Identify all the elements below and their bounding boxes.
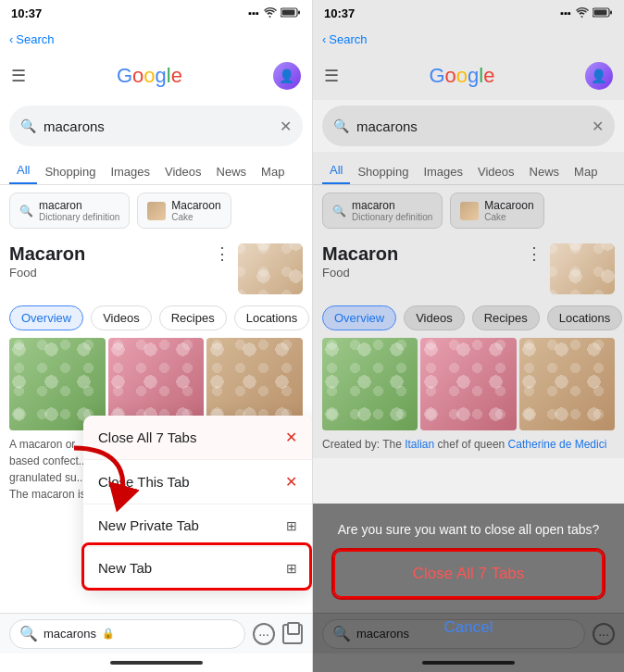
logo-o1: o	[132, 64, 144, 88]
menu-new-tab-icon: ⊞	[286, 561, 297, 576]
search-text-right: macarons	[356, 118, 584, 134]
google-logo-right: Google	[429, 64, 494, 88]
logo-G-right: G	[429, 64, 444, 88]
menu-new-tab[interactable]: New Tab ⊞	[83, 547, 312, 589]
tab-images-right[interactable]: Images	[416, 165, 470, 184]
svg-rect-5	[610, 10, 612, 14]
svg-rect-6	[594, 9, 607, 15]
chip-overview-right[interactable]: Overview	[322, 305, 396, 330]
image-cell-3-right[interactable]	[519, 338, 615, 430]
kp-title-right: Macaron	[322, 243, 398, 265]
menu-close-all[interactable]: Close All 7 Tabs ✕	[83, 416, 312, 460]
modal-overlay: Are you sure you want to close all open …	[313, 504, 624, 672]
kp-menu-icon-right[interactable]: ⋮	[526, 243, 543, 264]
suggestion-macaron-label-right: macaron	[352, 199, 432, 212]
search-icon-right: 🔍	[333, 118, 349, 133]
chip-recipes-right[interactable]: Recipes	[472, 305, 540, 330]
search-clear-left[interactable]: ✕	[280, 118, 292, 135]
search-icon-left: 🔍	[20, 118, 36, 133]
tab-videos-left[interactable]: Videos	[157, 165, 209, 184]
tab-shopping-right[interactable]: Shopping	[350, 165, 416, 184]
status-icons-right: ▪▪▪	[560, 7, 613, 19]
back-arrow-left: ‹	[9, 32, 13, 46]
logo-o2-right: o	[456, 64, 468, 88]
menu-private-tab-icon: ⊞	[286, 518, 297, 533]
wifi-icon-right	[575, 7, 589, 19]
tab-videos-right[interactable]: Videos	[470, 165, 522, 184]
dots-button-left[interactable]: ···	[253, 623, 275, 645]
google-logo-left: Google	[117, 64, 182, 88]
kp-title-left: Macaron	[9, 243, 85, 265]
logo-g: g	[156, 64, 167, 88]
kp-image-right	[550, 243, 615, 294]
svg-rect-1	[298, 10, 300, 14]
bottom-search-text-left: macarons	[44, 627, 96, 641]
menu-close-all-icon: ✕	[285, 429, 297, 446]
menu-close-this[interactable]: Close This Tab ✕	[83, 460, 312, 504]
chip-locations-right[interactable]: Locations	[547, 305, 623, 330]
back-nav-right[interactable]: ‹ Search	[313, 26, 624, 52]
modal-close-all-button[interactable]: Close All 7 Tabs	[333, 550, 604, 598]
image-cell-2-right[interactable]	[420, 338, 516, 430]
suggestion-macaroon-sub-right: Cake	[484, 212, 533, 222]
avatar-right[interactable]: 👤	[585, 62, 613, 90]
tab-map-right[interactable]: Map	[567, 165, 605, 184]
suggestions-left: 🔍 macaron Dictionary definition Macaroon…	[0, 185, 312, 236]
hamburger-icon[interactable]: ☰	[11, 66, 26, 86]
search-bar-left[interactable]: 🔍 macarons ✕	[9, 106, 303, 146]
logo-g-right: g	[468, 64, 479, 88]
chip-videos-right[interactable]: Videos	[404, 305, 465, 330]
search-clear-right[interactable]: ✕	[592, 118, 604, 135]
kp-image-left	[238, 243, 303, 294]
menu-new-private[interactable]: New Private Tab ⊞	[83, 504, 312, 547]
home-indicator-left	[0, 653, 312, 672]
tab-news-left[interactable]: News	[209, 165, 255, 184]
back-label-left: Search	[16, 32, 54, 46]
chip-overview-left[interactable]: Overview	[9, 305, 83, 330]
search-text-left: macarons	[44, 118, 272, 134]
modal-cancel-button[interactable]: Cancel	[437, 611, 501, 644]
knowledge-panel-left: Macaron Food ⋮	[0, 236, 312, 298]
suggestion-macaron-sub: Dictionary definition	[39, 212, 119, 222]
tab-news-right[interactable]: News	[522, 165, 568, 184]
suggestion-chip-macaroon-right[interactable]: Macaroon Cake	[450, 193, 543, 229]
suggestion-chip-macaron-right[interactable]: 🔍 macaron Dictionary definition	[322, 193, 443, 229]
chip-locations-left[interactable]: Locations	[234, 305, 310, 330]
back-nav-left[interactable]: ‹ Search	[0, 26, 312, 52]
tab-images-left[interactable]: Images	[103, 165, 157, 184]
suggestion-search-icon-right: 🔍	[332, 205, 346, 218]
image-grid-right	[313, 338, 624, 430]
chip-videos-left[interactable]: Videos	[91, 305, 152, 330]
status-bar-right: 10:37 ▪▪▪	[313, 0, 624, 26]
logo-e-right: e	[483, 64, 494, 88]
search-bar-right[interactable]: 🔍 macarons ✕	[322, 106, 615, 146]
tab-all-right[interactable]: All	[322, 163, 350, 184]
tab-map-left[interactable]: Map	[254, 165, 292, 184]
suggestion-macaroon-sub: Cake	[171, 212, 220, 222]
suggestions-right: 🔍 macaron Dictionary definition Macaroon…	[313, 185, 624, 236]
tab-shopping-left[interactable]: Shopping	[37, 165, 103, 184]
suggestion-macaron-sub-right: Dictionary definition	[352, 212, 432, 222]
macaroon-image-right	[460, 202, 479, 220]
suggestion-search-icon: 🔍	[19, 205, 33, 218]
status-time-left: 10:37	[11, 6, 42, 20]
suggestion-chip-macaron[interactable]: 🔍 macaron Dictionary definition	[9, 193, 130, 229]
kp-subtitle-right: Food	[322, 266, 398, 280]
status-bar-left: 10:37 ▪▪▪	[0, 0, 312, 26]
context-menu: Close All 7 Tabs ✕ Close This Tab ✕ New …	[83, 416, 312, 589]
hamburger-icon-right[interactable]: ☰	[324, 66, 339, 86]
suggestion-chip-macaroon[interactable]: Macaroon Cake	[137, 193, 231, 229]
bottom-search-bar-left[interactable]: 🔍 macarons 🔒	[9, 619, 245, 649]
image-cell-1-right[interactable]	[322, 338, 418, 430]
kp-menu-icon-left[interactable]: ⋮	[214, 243, 231, 264]
tab-all-left[interactable]: All	[9, 163, 37, 184]
home-bar-left	[110, 661, 203, 665]
snippet-right: Created by: The Italian chef of queen Ca…	[313, 430, 624, 458]
chip-recipes-left[interactable]: Recipes	[159, 305, 227, 330]
snippet-text-right: Created by: The Italian chef of queen Ca…	[322, 438, 606, 451]
signal-icon: ▪▪▪	[248, 7, 259, 19]
copy-icon-left[interactable]	[282, 624, 303, 644]
knowledge-panel-right: Macaron Food ⋮	[313, 236, 624, 298]
avatar-left[interactable]: 👤	[273, 62, 301, 90]
menu-close-this-label: Close This Tab	[98, 474, 190, 490]
